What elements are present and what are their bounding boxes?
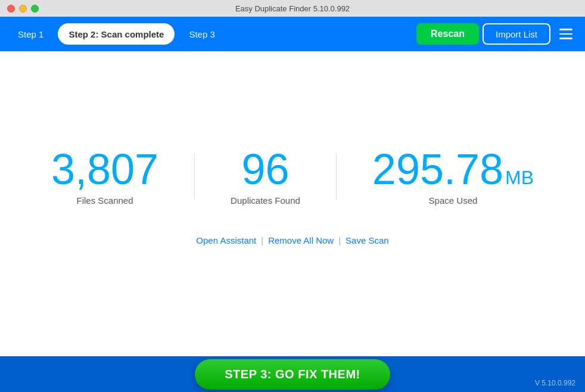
maximize-button[interactable] [31,5,39,13]
space-used-unit: MB [505,168,534,187]
separator-2: | [338,235,341,245]
duplicates-label: Duplicates Found [231,195,300,206]
main-content: 3,807 Files Scanned 96 Duplicates Found … [0,51,585,356]
step1-button[interactable]: Step 1 [7,23,54,45]
menu-icon-line1 [559,29,572,30]
traffic-lights [7,5,39,13]
files-scanned-label: Files Scanned [76,195,133,206]
separator-1: | [261,235,263,245]
menu-icon-line3 [559,38,572,39]
space-used-stat: 295.78 MB Space Used [337,148,570,206]
title-bar: Easy Duplicate Finder 5.10.0.992 [0,0,585,17]
action-links: Open Assistant | Remove All Now | Save S… [196,235,388,245]
space-used-label: Space Used [429,195,478,206]
nav-bar: Step 1 Step 2: Scan complete Step 3 Resc… [0,17,585,51]
step3-button[interactable]: Step 3 [178,23,225,45]
minimize-button[interactable] [19,5,27,13]
space-used-number-group: 295.78 MB [372,148,534,191]
save-scan-link[interactable]: Save Scan [346,235,389,245]
rescan-button[interactable]: Rescan [416,23,479,45]
duplicates-found-stat: 96 Duplicates Found [195,148,336,206]
step2-button[interactable]: Step 2: Scan complete [58,23,175,45]
files-scanned-stat: 3,807 Files Scanned [15,148,194,206]
remove-all-now-link[interactable]: Remove All Now [268,235,334,245]
files-scanned-number: 3,807 [51,148,158,191]
bottom-bar: STEP 3: GO FIX THEM! V 5.10.0.992 [0,356,585,392]
close-button[interactable] [7,5,15,13]
stats-row: 3,807 Files Scanned 96 Duplicates Found … [0,148,585,206]
step3-go-fix-button[interactable]: STEP 3: GO FIX THEM! [195,359,390,390]
menu-button[interactable] [554,23,578,45]
duplicates-number: 96 [241,148,289,191]
version-label: V 5.10.0.992 [535,379,575,387]
space-used-number: 295.78 [372,148,503,191]
menu-icon-line2 [559,33,572,35]
open-assistant-link[interactable]: Open Assistant [196,235,256,245]
import-list-button[interactable]: Import List [483,23,550,45]
app-title: Easy Duplicate Finder 5.10.0.992 [235,4,350,13]
